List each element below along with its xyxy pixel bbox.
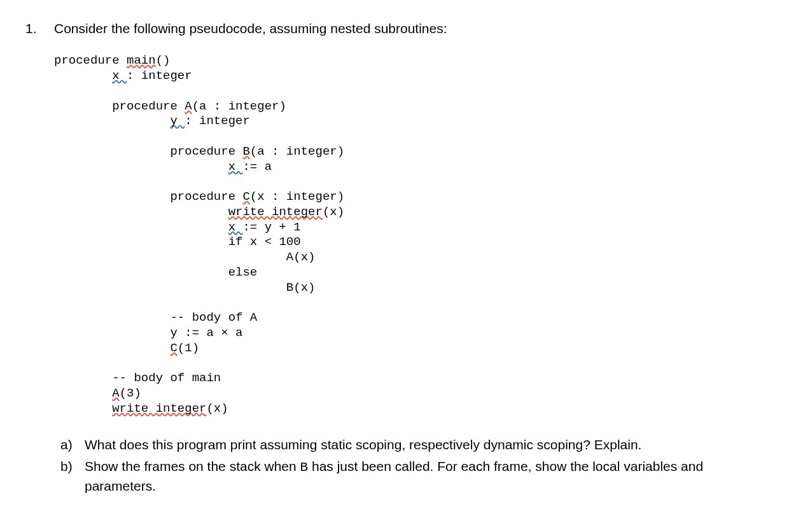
code-l12a [54,220,228,234]
code-l11b: write integer [228,205,323,219]
code-l07c: (a : integer) [250,144,344,158]
code-l22: -- body of main [54,371,221,385]
code-l07a: procedure [54,144,242,158]
code-l01b: main [127,53,156,67]
code-l08a [54,160,228,174]
subquestion-a-text: What does this program print assuming st… [85,435,771,454]
code-l23c: (3) [120,386,141,400]
code-l04b: A [185,99,192,113]
question-header: 1. Consider the following pseudocode, as… [25,19,771,38]
subquestion-b-label: b) [60,457,85,475]
code-l24a [54,402,112,416]
question-number: 1. [25,19,54,38]
sub-b-before: Show the frames on the stack when [85,459,300,473]
code-l10c: (x : integer) [250,190,344,204]
code-l04a: procedure [54,99,185,113]
code-l14: A(x) [54,250,315,264]
code-l15: else [54,265,257,279]
code-l07b: B [242,144,249,158]
code-l01c: () [156,53,171,67]
code-l20b: C [170,341,177,355]
code-l11a [54,205,228,219]
question-text: Consider the following pseudocode, assum… [54,19,771,38]
code-l19: y := a × a [54,326,242,340]
subquestion-a-label: a) [60,435,85,454]
code-l10b: C [242,190,249,204]
code-l12b: x [228,220,243,234]
code-l12c: := y + 1 [242,220,300,234]
code-l20c: (1) [178,341,199,355]
code-l24b: write integer [112,402,206,416]
code-l23b: A [112,386,119,400]
code-l11c: (x) [323,205,344,219]
code-l05a [54,114,170,128]
code-l02a [54,69,112,83]
subquestion-b-text: Show the frames on the stack when B has … [85,457,771,496]
pseudocode-block: procedure main() x : integer procedure A… [54,53,771,416]
code-l05b: y [170,114,185,128]
code-l02b: x [112,69,127,83]
code-l24c: (x) [206,402,228,416]
subquestion-a: a) What does this program print assuming… [60,435,771,454]
code-l05c: : integer [185,114,250,128]
code-l04c: (a : integer) [192,99,286,113]
code-l23a [54,386,112,400]
code-l20a [54,341,170,355]
subquestion-b: b) Show the frames on the stack when B h… [60,457,771,496]
code-l18: -- body of A [54,311,257,325]
code-l08c: := a [242,160,272,174]
subquestions-list: a) What does this program print assuming… [60,435,771,495]
code-l08b: x [228,160,243,174]
code-l02c: : integer [127,69,192,83]
code-l10a: procedure [54,190,242,204]
code-l16: B(x) [54,281,315,295]
sub-b-mono: B [300,460,309,475]
code-l01a: procedure [54,53,127,67]
code-l13: if x < 100 [54,235,301,249]
